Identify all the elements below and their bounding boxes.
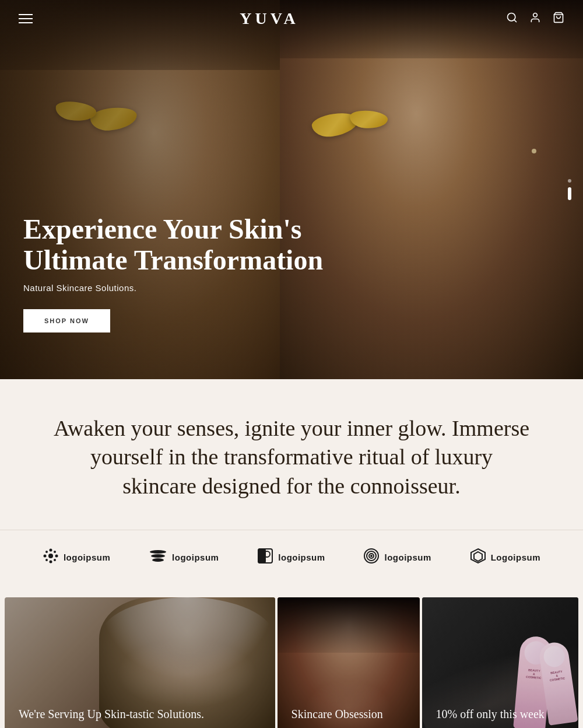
- svg-point-6: [49, 561, 52, 564]
- logo-text-5: Logoipsum: [491, 552, 540, 562]
- card-1-content: We're Serving Up Skin-tastic Solutions.: [19, 707, 204, 722]
- logo-item-5[interactable]: Logoipsum: [470, 548, 540, 566]
- logo-text-3: logoipsum: [278, 552, 325, 562]
- svg-point-14: [151, 554, 165, 558]
- svg-point-9: [45, 551, 48, 553]
- logo-text-1: logoipsum: [64, 552, 110, 562]
- slide-dot-2[interactable]: [568, 187, 571, 200]
- logo-icon-5: [470, 548, 486, 566]
- hero-content: Experience Your Skin's Ultimate Transfor…: [23, 214, 344, 332]
- cards-section: We're Serving Up Skin-tastic Solutions. …: [0, 593, 583, 728]
- card-2-content: Skincare Obsession: [292, 707, 383, 722]
- logo-item-1[interactable]: logoipsum: [43, 548, 110, 566]
- slide-indicators: [568, 179, 571, 200]
- logo-text-2: logoipsum: [172, 552, 219, 562]
- card-discount[interactable]: BEAUTY&COSMETIC BEAUTY&COSMETIC 10% off …: [422, 597, 578, 728]
- svg-point-11: [45, 559, 48, 561]
- header-actions: [506, 12, 564, 26]
- svg-point-15: [152, 558, 164, 562]
- card-3-title: 10% off only this week: [436, 707, 545, 722]
- card-1-title: We're Serving Up Skin-tastic Solutions.: [19, 707, 204, 722]
- account-icon[interactable]: [529, 12, 541, 26]
- logo-item-3[interactable]: logoipsum: [257, 548, 325, 566]
- logo-icon-1: [43, 548, 59, 566]
- header-left: [19, 14, 33, 23]
- hero-section: Experience Your Skin's Ultimate Transfor…: [0, 0, 583, 379]
- logo-text-4: logoipsum: [384, 552, 431, 562]
- slide-dot-1[interactable]: [568, 179, 571, 183]
- site-logo[interactable]: YUVA: [240, 9, 298, 28]
- svg-point-10: [54, 551, 56, 553]
- tagline-text: Awaken your senses, ignite your inner gl…: [52, 414, 531, 501]
- svg-point-7: [43, 555, 46, 558]
- logo-item-4[interactable]: logoipsum: [363, 548, 431, 566]
- search-icon[interactable]: [506, 12, 518, 26]
- tagline-section: Awaken your senses, ignite your inner gl…: [0, 379, 583, 530]
- svg-line-1: [514, 19, 517, 22]
- svg-point-2: [533, 13, 538, 17]
- svg-marker-24: [474, 552, 482, 561]
- svg-point-5: [49, 549, 52, 552]
- hero-subtitle: Natural Skincare Solutions.: [23, 283, 344, 293]
- svg-point-8: [55, 555, 58, 558]
- shop-now-button[interactable]: SHOP NOW: [23, 309, 110, 332]
- svg-point-4: [48, 554, 53, 558]
- svg-point-12: [54, 559, 56, 561]
- logo-item-2[interactable]: logoipsum: [149, 550, 219, 565]
- svg-rect-18: [258, 549, 265, 563]
- logo-icon-2: [149, 550, 167, 565]
- logo-icon-3: [257, 548, 273, 566]
- svg-point-22: [371, 555, 372, 556]
- card-3-content: 10% off only this week: [436, 707, 545, 722]
- logos-section: logoipsum logoipsum logoipsum: [0, 530, 583, 593]
- hero-title: Experience Your Skin's Ultimate Transfor…: [23, 214, 344, 276]
- cart-icon[interactable]: [553, 12, 564, 26]
- svg-point-13: [150, 550, 166, 554]
- hamburger-menu-button[interactable]: [19, 14, 33, 23]
- card-skin-solutions[interactable]: We're Serving Up Skin-tastic Solutions.: [5, 597, 275, 728]
- card-skincare-obsession[interactable]: Skincare Obsession: [278, 597, 420, 728]
- card-2-title: Skincare Obsession: [292, 707, 383, 722]
- logo-icon-4: [363, 548, 380, 566]
